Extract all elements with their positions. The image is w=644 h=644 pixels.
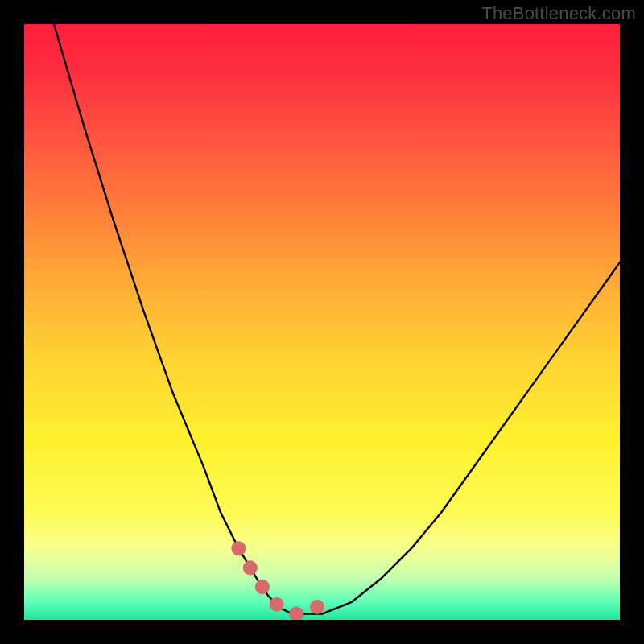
curve-layer: [24, 24, 620, 620]
watermark-text: TheBottleneck.com: [481, 3, 636, 24]
chart-frame: TheBottleneck.com: [0, 0, 644, 644]
optimal-range-markers: [238, 548, 328, 613]
plot-area: [24, 24, 620, 620]
bottleneck-curve: [54, 24, 620, 614]
